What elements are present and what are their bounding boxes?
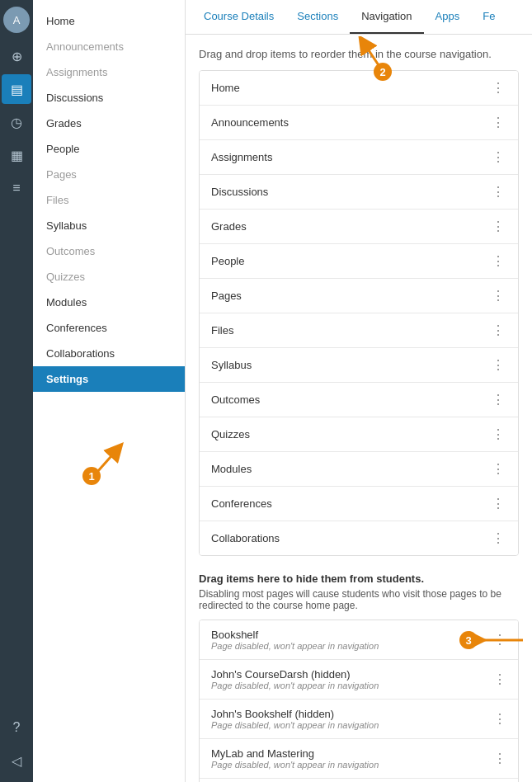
- nav-item-label: Files: [211, 324, 233, 337]
- more-options-icon[interactable]: ⋮: [493, 632, 506, 648]
- more-options-icon[interactable]: ⋮: [490, 323, 506, 338]
- nav-item-outcomes[interactable]: Outcomes ⋮: [200, 383, 518, 417]
- sidebar-item-collaborations[interactable]: Collaborations: [33, 341, 185, 366]
- tab-course-details[interactable]: Course Details: [192, 0, 285, 34]
- more-options-icon[interactable]: ⋮: [490, 253, 506, 269]
- clock-icon[interactable]: ◷: [2, 107, 31, 137]
- collapse-icon[interactable]: ◁: [2, 746, 31, 775]
- hidden-items-list: Bookshelf Page disabled, won't appear in…: [199, 619, 519, 782]
- tab-fe[interactable]: Fe: [471, 0, 506, 34]
- nav-item-label: Home: [211, 82, 240, 94]
- hidden-item-sub: Page disabled, won't appear in navigatio…: [211, 681, 379, 690]
- main-content: Course Details Sections Navigation Apps …: [186, 0, 532, 782]
- target-icon[interactable]: ⊕: [2, 41, 31, 71]
- hidden-item-mylab[interactable]: MyLab and Mastering Page disabled, won't…: [200, 739, 518, 779]
- sidebar-item-grades[interactable]: Grades: [33, 111, 185, 136]
- more-options-icon[interactable]: ⋮: [490, 357, 506, 373]
- hidden-item-bookshelf-r[interactable]: Bookshelf® Page disabled, won't appear i…: [200, 779, 518, 782]
- nav-item-files[interactable]: Files ⋮: [200, 313, 518, 348]
- sidebar-item-quizzes[interactable]: Quizzes: [33, 264, 185, 290]
- sidebar-item-modules[interactable]: Modules: [33, 290, 185, 315]
- nav-item-label: Outcomes: [211, 393, 260, 406]
- tab-sections[interactable]: Sections: [285, 0, 350, 34]
- sidebar-item-files[interactable]: Files: [33, 187, 185, 213]
- nav-item-syllabus[interactable]: Syllabus ⋮: [200, 348, 518, 383]
- nav-item-label: Modules: [211, 463, 252, 475]
- hidden-section-desc: Disabling most pages will cause students…: [199, 588, 519, 611]
- sidebar-item-outcomes[interactable]: Outcomes: [33, 238, 185, 264]
- sidebar-item-settings[interactable]: Settings: [33, 366, 185, 392]
- hidden-section-title: Drag items here to hide them from studen…: [199, 572, 519, 585]
- nav-item-discussions[interactable]: Discussions ⋮: [200, 175, 518, 210]
- nav-item-grades[interactable]: Grades ⋮: [200, 210, 518, 244]
- hidden-item-sub: Page disabled, won't appear in navigatio…: [211, 760, 379, 770]
- tab-apps[interactable]: Apps: [424, 0, 472, 34]
- nav-item-label: Conferences: [211, 497, 272, 510]
- avatar[interactable]: A: [3, 7, 30, 33]
- more-options-icon[interactable]: ⋮: [490, 288, 506, 304]
- nav-item-assignments[interactable]: Assignments ⋮: [200, 140, 518, 175]
- nav-item-label: Syllabus: [211, 359, 252, 371]
- instruction-text: Drag and drop items to reorder them in t…: [199, 48, 519, 60]
- nav-item-pages[interactable]: Pages ⋮: [200, 279, 518, 313]
- nav-item-conferences[interactable]: Conferences ⋮: [200, 487, 518, 521]
- sidebar-item-announcements[interactable]: Announcements: [33, 34, 185, 59]
- more-options-icon[interactable]: ⋮: [493, 711, 506, 727]
- grade-icon[interactable]: ≡: [2, 173, 31, 203]
- icon-bar: A ⊕ ▤ ◷ ▦ ≡ ? ◁: [0, 0, 33, 782]
- sidebar-item-syllabus[interactable]: Syllabus: [33, 213, 185, 238]
- hidden-item-name: Bookshelf: [211, 629, 379, 641]
- more-options-icon[interactable]: ⋮: [490, 115, 506, 130]
- calendar-icon[interactable]: ▦: [2, 140, 31, 170]
- more-options-icon[interactable]: ⋮: [490, 530, 506, 546]
- hidden-item-name: MyLab and Mastering: [211, 747, 379, 760]
- nav-items-list: Home ⋮ Announcements ⋮ Assignments ⋮ Dis…: [199, 70, 519, 556]
- hidden-item-name: John's CourseDarsh (hidden): [211, 668, 379, 681]
- nav-item-label: Assignments: [211, 151, 272, 163]
- nav-item-label: Discussions: [211, 186, 268, 198]
- nav-item-label: Announcements: [211, 116, 289, 129]
- more-options-icon[interactable]: ⋮: [490, 184, 506, 200]
- nav-item-announcements[interactable]: Announcements ⋮: [200, 106, 518, 140]
- nav-item-quizzes[interactable]: Quizzes ⋮: [200, 417, 518, 452]
- nav-item-label: Grades: [211, 220, 247, 233]
- nav-item-label: Collaborations: [211, 532, 280, 544]
- more-options-icon[interactable]: ⋮: [490, 461, 506, 477]
- more-options-icon[interactable]: ⋮: [490, 80, 506, 96]
- more-options-icon[interactable]: ⋮: [490, 149, 506, 165]
- tabs-bar: Course Details Sections Navigation Apps …: [186, 0, 532, 35]
- nav-item-label: Quizzes: [211, 428, 250, 440]
- sidebar-item-pages[interactable]: Pages: [33, 162, 185, 187]
- sidebar-item-home[interactable]: Home: [33, 8, 185, 34]
- more-options-icon[interactable]: ⋮: [493, 671, 506, 687]
- hidden-item-sub: Page disabled, won't appear in navigatio…: [211, 720, 379, 730]
- nav-item-modules[interactable]: Modules ⋮: [200, 452, 518, 487]
- hidden-section: Drag items here to hide them from studen…: [199, 572, 519, 782]
- help-icon[interactable]: ?: [2, 713, 31, 742]
- nav-item-people[interactable]: People ⋮: [200, 244, 518, 279]
- sidebar-item-people[interactable]: People: [33, 136, 185, 162]
- hidden-item-name: John's Bookshelf (hidden): [211, 708, 379, 720]
- book-icon[interactable]: ▤: [2, 74, 31, 104]
- content-area: Drag and drop items to reorder them in t…: [186, 35, 532, 782]
- more-options-icon[interactable]: ⋮: [490, 392, 506, 407]
- sidebar-item-discussions[interactable]: Discussions: [33, 85, 185, 111]
- more-options-icon[interactable]: ⋮: [490, 496, 506, 511]
- more-options-icon[interactable]: ⋮: [490, 426, 506, 442]
- nav-item-label: People: [211, 255, 244, 267]
- sidebar-item-conferences[interactable]: Conferences: [33, 315, 185, 341]
- more-options-icon[interactable]: ⋮: [490, 219, 506, 234]
- hidden-item-bookshelf-hidden[interactable]: John's Bookshelf (hidden) Page disabled,…: [200, 700, 518, 739]
- hidden-item-bookshelf[interactable]: Bookshelf Page disabled, won't appear in…: [200, 620, 518, 660]
- nav-item-home[interactable]: Home ⋮: [200, 71, 518, 106]
- more-options-icon[interactable]: ⋮: [493, 751, 506, 766]
- sidebar-item-assignments[interactable]: Assignments: [33, 59, 185, 85]
- hidden-item-sub: Page disabled, won't appear in navigatio…: [211, 641, 379, 651]
- hidden-item-coursedarsh[interactable]: John's CourseDarsh (hidden) Page disable…: [200, 660, 518, 700]
- nav-item-collaborations[interactable]: Collaborations ⋮: [200, 521, 518, 555]
- tab-navigation[interactable]: Navigation: [350, 0, 423, 34]
- nav-item-label: Pages: [211, 290, 242, 302]
- sidebar-nav: Home Announcements Assignments Discussio…: [33, 0, 186, 782]
